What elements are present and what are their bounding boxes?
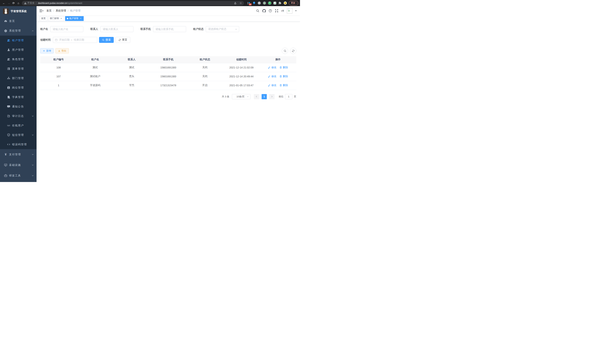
sidebar-item-role[interactable]: 角色管理: [0, 55, 37, 64]
cell-tenant-name: 测试租户: [77, 72, 113, 81]
edit-button[interactable]: 修改: [268, 84, 276, 87]
browser-menu-icon[interactable]: [297, 2, 297, 4]
help-icon[interactable]: [269, 9, 272, 13]
browser-back-icon[interactable]: ←: [1, 1, 6, 6]
sidebar-item-infra[interactable]: 基础设施: [0, 160, 37, 170]
col-created: 创建时间: [223, 56, 260, 63]
user-avatar[interactable]: [287, 8, 292, 14]
bookmark-star-icon[interactable]: ☆: [238, 1, 243, 6]
contact-input[interactable]: [100, 26, 133, 32]
github-icon[interactable]: [262, 9, 266, 13]
recorder-extension-icon[interactable]: [263, 1, 266, 5]
sidebar-item-tenant[interactable]: 租户管理: [0, 36, 37, 45]
cell-status: 关闭: [187, 72, 223, 81]
next-page-button[interactable]: [269, 94, 275, 99]
online-signal-icon: [7, 124, 10, 127]
date-range-picker[interactable]: 开始日期 - 结束日期: [53, 37, 97, 43]
briefcase-icon: [4, 174, 7, 177]
pencil-icon: [268, 75, 271, 78]
table-row: 107 测试租户 秃头 15601691300 关闭 2021-12-14 20…: [40, 72, 296, 81]
page-number-1[interactable]: 1: [262, 94, 267, 99]
tab-dept[interactable]: 部门管理 ×: [48, 16, 64, 21]
extension-badge-icon[interactable]: 10: [247, 1, 251, 5]
breadcrumb-separator: /: [68, 9, 68, 12]
trash-icon: [279, 75, 282, 78]
fullscreen-icon[interactable]: [275, 9, 279, 13]
delete-button[interactable]: 删除: [279, 75, 288, 78]
sidebar-item-label: 租户管理: [12, 39, 24, 42]
edit-button[interactable]: 修改: [268, 66, 276, 69]
balloon-extension-icon[interactable]: [253, 1, 256, 5]
sidebar-item-label: 研发工具: [9, 174, 21, 177]
reset-button[interactable]: 重置: [116, 37, 130, 43]
search-icon: [102, 39, 104, 41]
status-label: 租户状态: [193, 28, 204, 31]
tab-home[interactable]: 首页: [39, 16, 47, 21]
sidebar-item-label: 部门管理: [12, 77, 24, 80]
extensions-puzzle-icon[interactable]: [279, 1, 282, 5]
security-warning[interactable]: 不安全: [24, 1, 35, 5]
sidebar-item-notice[interactable]: 通知公告: [0, 102, 37, 111]
sidebar-item-audit-log[interactable]: 审计日志: [0, 111, 37, 121]
tenant-table: 租户编号 租户名 联系人 联系手机 租户状态 创建时间 操作 108 测试 测试: [40, 56, 296, 90]
font-size-icon[interactable]: TT: [281, 9, 284, 12]
profile-avatar-icon[interactable]: [284, 1, 287, 5]
sidebar-item-pay[interactable]: ¥ 支付管理: [0, 149, 37, 160]
sidebar-item-menu[interactable]: 菜单管理: [0, 64, 37, 74]
sidebar-item-devtools[interactable]: 研发工具: [0, 170, 37, 181]
browser-update-button[interactable]: 更新: [289, 1, 299, 5]
prev-page-button[interactable]: [254, 94, 259, 99]
tab-tenant[interactable]: 租户管理 ×: [65, 16, 84, 21]
sidebar-item-sms[interactable]: 短信管理: [0, 130, 37, 140]
sidebar-item-dept[interactable]: 部门管理: [0, 74, 37, 83]
mobile-input[interactable]: [153, 26, 186, 32]
sidebar-collapse-icon[interactable]: [39, 9, 43, 12]
chat-extension-icon[interactable]: [273, 1, 276, 5]
sidebar-item-system[interactable]: 系统管理: [0, 26, 37, 36]
tenant-name-input[interactable]: [50, 26, 83, 32]
app-logo[interactable]: 芋道管理系统: [0, 6, 37, 16]
sidebar-item-home[interactable]: 首页: [0, 16, 37, 26]
close-icon[interactable]: ×: [79, 17, 82, 20]
browser-forward-icon[interactable]: →: [6, 1, 11, 6]
search-button[interactable]: 搜索: [99, 37, 114, 43]
pencil-icon: [268, 84, 271, 87]
chevron-down-icon: [32, 153, 34, 156]
sidebar-item-label: 在线用户: [12, 124, 24, 127]
command-extension-icon[interactable]: ⌘: [258, 1, 261, 5]
breadcrumb-current: 租户管理: [70, 9, 81, 12]
sidebar: 芋道管理系统 首页 系统管理: [0, 6, 37, 182]
browser-home-icon[interactable]: ⌂: [16, 1, 21, 6]
add-button[interactable]: 新增: [40, 48, 54, 53]
refresh-table-button[interactable]: [290, 48, 296, 54]
col-status: 租户状态: [187, 56, 223, 63]
export-button[interactable]: 导出: [56, 48, 69, 53]
yen-icon: ¥: [4, 153, 7, 156]
sidebar-item-dict[interactable]: 字典管理: [0, 92, 37, 102]
delete-button[interactable]: 删除: [279, 84, 288, 87]
share-icon[interactable]: [233, 1, 238, 6]
toggle-search-button[interactable]: [282, 48, 288, 54]
url-text[interactable]: dashboard.yudao.iocoder.cn/system/tenant: [38, 2, 233, 4]
sidebar-item-user[interactable]: 用户管理: [0, 45, 37, 55]
address-bar[interactable]: 不安全 dashboard.yudao.iocoder.cn/system/te…: [22, 1, 244, 5]
y-extension-icon[interactable]: Y: [268, 1, 271, 5]
avatar-caret-icon[interactable]: [295, 10, 297, 12]
sidebar-item-error-code[interactable]: 错误码管理: [0, 140, 37, 149]
goto-page-input[interactable]: [285, 94, 292, 99]
breadcrumb-system[interactable]: 系统管理: [56, 9, 66, 12]
page-size-select[interactable]: 10条/页: [232, 94, 251, 99]
status-select[interactable]: 请选择租户状态: [206, 26, 239, 32]
table-row: 1 芋道源码 芋艿 17321315478 开启 2021-01-05 17:0…: [40, 81, 296, 90]
cell-status: 开启: [187, 81, 223, 90]
delete-button[interactable]: 删除: [279, 66, 288, 69]
browser-reload-icon[interactable]: ⟳: [11, 1, 16, 6]
close-icon[interactable]: ×: [60, 17, 63, 20]
sidebar-item-online-user[interactable]: 在线用户: [0, 121, 37, 130]
menu-tree-icon: [7, 67, 10, 70]
search-icon[interactable]: [256, 9, 260, 13]
breadcrumb-home[interactable]: 首页: [46, 9, 52, 12]
pagination: 共 3 条 10条/页 1 前往 页: [40, 94, 296, 99]
edit-button[interactable]: 修改: [268, 75, 276, 78]
sidebar-item-post[interactable]: 岗位管理: [0, 83, 37, 92]
